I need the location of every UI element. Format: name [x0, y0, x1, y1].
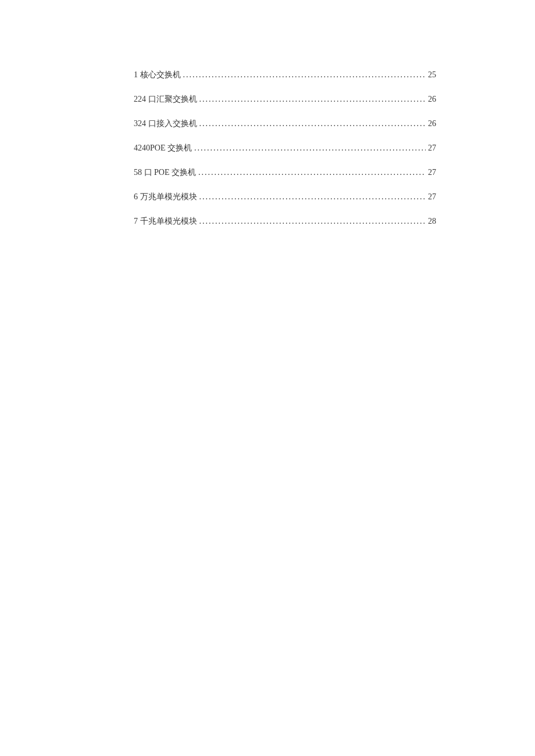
toc-title: 1 核心交换机	[134, 70, 181, 80]
toc-title: 224 口汇聚交换机	[134, 94, 197, 105]
toc-title: 58 口 POE 交换机	[134, 167, 196, 178]
toc-title: 6 万兆单模光模块	[134, 192, 197, 202]
toc-entry: 4240POE 交换机 27	[134, 143, 436, 153]
toc-leader-dots	[183, 70, 426, 80]
toc-entry: 58 口 POE 交换机 27	[134, 167, 436, 178]
toc-title: 4240POE 交换机	[134, 143, 192, 153]
toc-title: 7 千兆单模光模块	[134, 216, 197, 227]
toc-page-number: 28	[428, 217, 436, 226]
toc-title: 324 口接入交换机	[134, 119, 197, 129]
toc-entry: 224 口汇聚交换机 26	[134, 94, 436, 105]
toc-leader-dots	[199, 192, 426, 202]
toc-entry: 6 万兆单模光模块 27	[134, 192, 436, 202]
toc-leader-dots	[198, 168, 426, 177]
toc-page-number: 25	[428, 70, 436, 80]
toc-leader-dots	[199, 95, 426, 104]
toc-leader-dots	[199, 119, 426, 128]
toc-page-number: 27	[428, 192, 436, 202]
toc-leader-dots	[199, 217, 426, 226]
toc-page-number: 26	[428, 119, 436, 128]
toc-leader-dots	[194, 144, 426, 153]
toc-page-number: 27	[428, 168, 436, 177]
toc-page-number: 26	[428, 95, 436, 104]
document-page: 1 核心交换机 25 224 口汇聚交换机 26 324 口接入交换机 26 4…	[0, 0, 535, 227]
toc-entry: 324 口接入交换机 26	[134, 119, 436, 129]
toc-page-number: 27	[428, 144, 436, 153]
toc-entry: 1 核心交换机 25	[134, 70, 436, 80]
toc-entry: 7 千兆单模光模块 28	[134, 216, 436, 227]
